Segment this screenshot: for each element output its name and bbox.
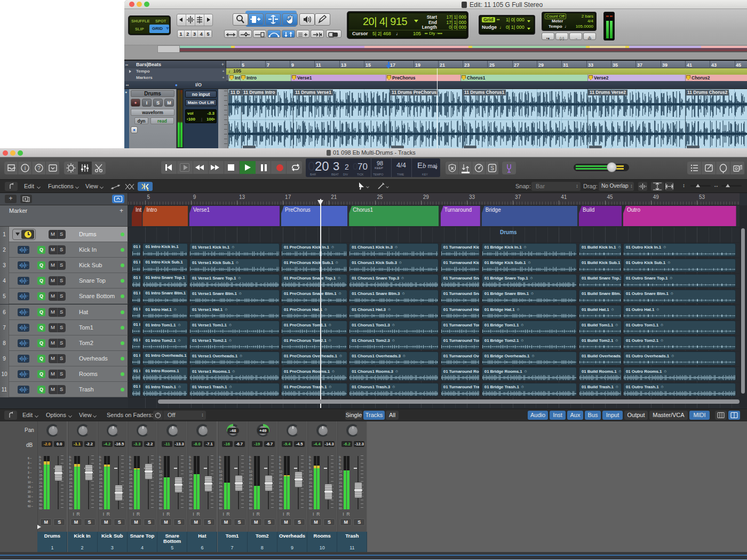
- svg-text:S: S: [490, 165, 494, 171]
- svg-text:i: i: [25, 165, 26, 171]
- svg-text:?: ?: [37, 165, 41, 171]
